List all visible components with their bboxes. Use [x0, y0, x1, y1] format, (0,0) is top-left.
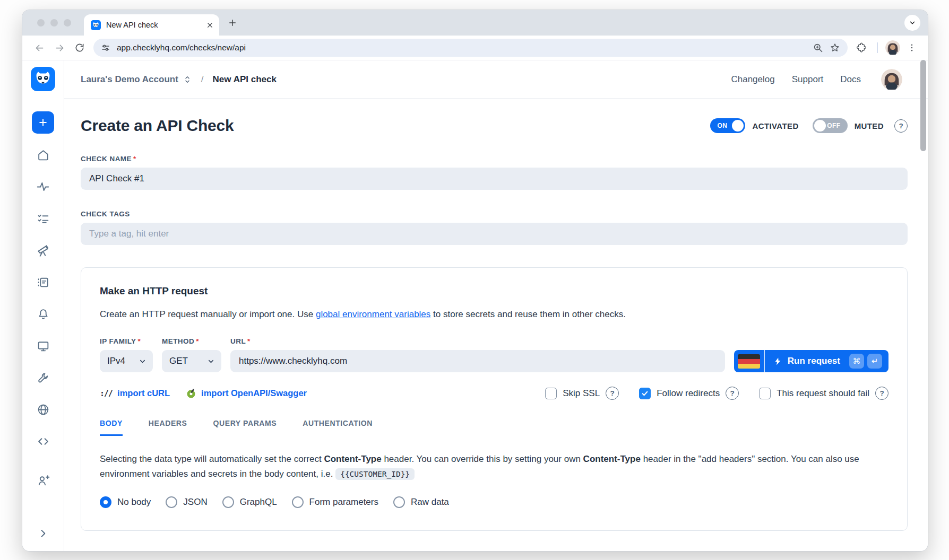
browser-profile-avatar[interactable]	[885, 40, 900, 55]
skip-ssl-help-icon[interactable]: ?	[606, 387, 619, 400]
radio-icon	[100, 496, 111, 508]
sidebar-invite-user-icon[interactable]	[36, 474, 50, 487]
tab-headers[interactable]: HEADERS	[149, 419, 187, 436]
tab-body[interactable]: BODY	[100, 419, 123, 436]
tab-close-icon[interactable]	[206, 21, 214, 29]
method-label: METHOD*	[162, 337, 221, 345]
app-main: Laura's Demo Account / New API check Cha…	[64, 60, 928, 551]
sidebar-dashboards-icon[interactable]	[36, 339, 50, 353]
ip-family-label: IP FAMILY*	[100, 337, 153, 345]
http-request-card: Make an HTTP request Create an HTTP requ…	[81, 267, 908, 531]
tab-query-params[interactable]: QUERY PARAMS	[213, 419, 277, 436]
check-state-toggles: ON ACTIVATED OFF MUTED ?	[710, 118, 908, 133]
toggle-knob	[814, 120, 826, 132]
radio-no-body[interactable]: No body	[100, 496, 151, 508]
forward-icon[interactable]	[51, 39, 68, 56]
activated-toggle[interactable]: ON	[710, 118, 745, 133]
changelog-link[interactable]: Changelog	[731, 74, 774, 85]
check-name-input[interactable]	[81, 168, 908, 190]
support-link[interactable]: Support	[792, 74, 824, 85]
request-should-fail-label: This request should fail	[777, 388, 869, 399]
request-should-fail-checkbox[interactable]	[759, 388, 771, 399]
run-request-button[interactable]: Run request ⌘ ↵	[734, 350, 888, 372]
sidebar-alerts-bell-icon[interactable]	[36, 307, 50, 321]
tab-search-chevron-icon[interactable]	[904, 15, 920, 31]
radio-icon	[393, 496, 405, 508]
required-asterisk: *	[196, 337, 199, 345]
docs-link[interactable]: Docs	[840, 74, 861, 85]
browser-toolbar: app.checklyhq.com/checks/new/api	[22, 36, 928, 60]
minimize-window-button[interactable]	[50, 19, 58, 27]
sidebar-activity-icon[interactable]	[36, 180, 50, 194]
browser-tab[interactable]: New API check	[84, 14, 219, 36]
zoom-window-button[interactable]	[64, 19, 71, 27]
sidebar-maintenance-wrench-icon[interactable]	[36, 371, 50, 384]
create-check-button[interactable]	[32, 111, 54, 134]
sidebar-telescope-icon[interactable]	[36, 243, 50, 257]
extensions-puzzle-icon[interactable]	[853, 39, 870, 56]
sidebar-runbook-icon[interactable]	[36, 275, 50, 289]
zoom-icon[interactable]	[809, 39, 826, 56]
radio-raw-data[interactable]: Raw data	[393, 496, 449, 508]
browser-menu-kebab-icon[interactable]	[903, 39, 920, 56]
new-tab-button[interactable]	[228, 18, 237, 28]
sidebar-checks-icon[interactable]	[36, 212, 50, 225]
sidebar-expand-chevron-icon[interactable]	[36, 527, 50, 540]
toggles-help-icon[interactable]: ?	[894, 119, 908, 133]
account-switcher[interactable]: Laura's Demo Account	[81, 74, 192, 85]
check-name-label: CHECK NAME*	[81, 155, 908, 163]
radio-icon	[222, 496, 234, 508]
account-name: Laura's Demo Account	[81, 74, 178, 85]
body-note: Selecting the data type will automatical…	[100, 452, 888, 482]
reload-icon[interactable]	[71, 39, 88, 56]
close-window-button[interactable]	[37, 19, 45, 27]
back-icon[interactable]	[31, 39, 48, 56]
check-tags-input[interactable]	[81, 223, 908, 245]
user-avatar[interactable]	[881, 69, 902, 90]
radio-graphql[interactable]: GraphQL	[222, 496, 277, 508]
import-curl-link[interactable]: :// import cURL	[100, 388, 170, 398]
germany-flag-icon	[738, 354, 760, 369]
global-environment-variables-link[interactable]: global environment variables	[316, 309, 430, 319]
request-should-fail-help-icon[interactable]: ?	[875, 387, 888, 400]
header-links: Changelog Support Docs	[731, 74, 861, 85]
page-scrollbar[interactable]	[920, 60, 926, 151]
follow-redirects-help-icon[interactable]: ?	[726, 387, 739, 400]
import-options-row: :// import cURL import OpenAPI/Swagger	[100, 387, 888, 400]
url-label: URL*	[230, 337, 725, 345]
curl-icon: ://	[100, 389, 113, 398]
request-tabs: BODY HEADERS QUERY PARAMS AUTHENTICATION	[100, 419, 888, 436]
required-asterisk: *	[138, 337, 141, 345]
url-input[interactable]	[230, 350, 725, 372]
skip-ssl-checkbox[interactable]	[545, 388, 557, 399]
bookmark-star-icon[interactable]	[826, 39, 843, 56]
radio-form-parameters[interactable]: Form parameters	[292, 496, 378, 508]
window-controls[interactable]	[22, 19, 84, 27]
checkly-logo[interactable]	[31, 67, 55, 91]
run-request-label: Run request	[788, 356, 840, 366]
sidebar-home-icon[interactable]	[36, 148, 50, 162]
page-title: Create an API Check	[81, 117, 234, 135]
radio-icon	[292, 496, 304, 508]
ip-family-select[interactable]: IPv4	[100, 350, 153, 372]
import-openapi-link[interactable]: import OpenAPI/Swagger	[186, 388, 307, 399]
muted-label: MUTED	[855, 121, 884, 130]
body-type-radios: No body JSON GraphQL Form parameters Raw…	[100, 496, 888, 508]
follow-redirects-label: Follow redirects	[657, 388, 720, 399]
run-location-flag[interactable]	[734, 350, 765, 372]
sidebar-code-icon[interactable]	[36, 434, 50, 448]
cmd-key-icon: ⌘	[849, 354, 864, 369]
sidebar-private-locations-globe-icon[interactable]	[36, 402, 50, 416]
check-tags-label: CHECK TAGS	[81, 210, 908, 218]
radio-json[interactable]: JSON	[166, 496, 207, 508]
return-key-icon: ↵	[867, 354, 882, 369]
method-select[interactable]: GET	[162, 350, 221, 372]
tab-authentication[interactable]: AUTHENTICATION	[303, 419, 373, 436]
account-switcher-chevrons-icon	[183, 75, 192, 84]
card-title: Make an HTTP request	[100, 285, 888, 297]
site-settings-icon[interactable]	[101, 43, 110, 52]
address-bar[interactable]: app.checklyhq.com/checks/new/api	[93, 39, 848, 57]
muted-toggle[interactable]: OFF	[813, 118, 848, 133]
follow-redirects-checkbox[interactable]	[639, 388, 651, 399]
openapi-icon	[186, 388, 196, 399]
